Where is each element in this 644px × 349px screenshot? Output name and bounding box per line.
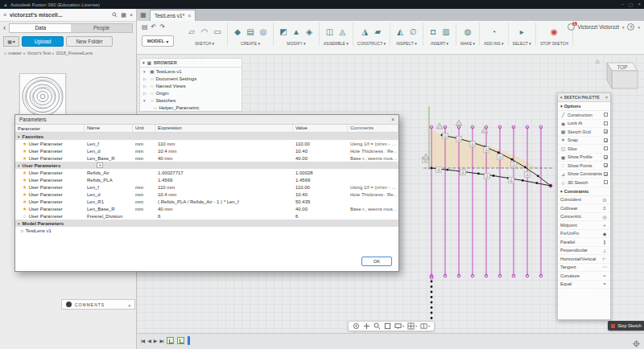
param-section-model-parameters[interactable]: ▾Model Parameters bbox=[15, 220, 398, 227]
browser-item-sketches[interactable]: ▾☼Sketches bbox=[140, 96, 242, 104]
palette-option-slice[interactable]: ◫Slice bbox=[558, 145, 610, 154]
parameter-row[interactable]: ★User ParameterLen_dmm10.4 mm10.40Hole T… bbox=[15, 147, 398, 154]
favorite-star-icon[interactable]: ★ bbox=[23, 191, 27, 197]
collapse-icon[interactable]: ▾ bbox=[560, 104, 563, 109]
toolbar-icon-modify[interactable]: ▲ bbox=[291, 25, 302, 38]
toolbar-icon-sketch[interactable]: ▭ bbox=[212, 25, 223, 38]
palette-constraint-tangent[interactable]: Tangent◠ bbox=[558, 264, 610, 273]
upload-button[interactable]: Upload bbox=[22, 36, 64, 47]
palette-constraint-parallel[interactable]: Parallel∥ bbox=[558, 238, 610, 247]
palette-constraint-collinear[interactable]: Collinear≡ bbox=[558, 204, 610, 213]
expand-icon[interactable]: ▷ bbox=[143, 76, 148, 81]
toolbar-icon-insert[interactable]: ▥ bbox=[440, 25, 452, 38]
palette-option-checkbox[interactable]: ✓ bbox=[604, 163, 608, 167]
parameter-row[interactable]: ★User ParameterLen_dmm10.4 mm10.40Hole T… bbox=[15, 191, 398, 198]
toolbar-icon-create[interactable]: ▤ bbox=[245, 25, 256, 38]
timeline-sketch-feature[interactable] bbox=[167, 337, 174, 344]
palette-option-construction[interactable]: ╱Construction bbox=[558, 111, 610, 120]
add-parameter-button[interactable]: + bbox=[97, 162, 103, 168]
expand-icon[interactable]: ▷ bbox=[143, 91, 148, 96]
toolbar-icon-assemble[interactable]: ◬ bbox=[336, 25, 348, 38]
param-name-cell[interactable]: Len_Base_R bbox=[85, 207, 133, 211]
toolbar-group-label-stop-sketch[interactable]: STOP SKETCH bbox=[540, 41, 568, 46]
collapse-icon[interactable]: ▾ bbox=[18, 134, 20, 139]
param-comments-cell[interactable]: Using 1/f = (n/nm - 1)(1/R1 - 1(R2) bbox=[348, 142, 398, 146]
toolbar-icon-make[interactable]: ◍ bbox=[462, 25, 473, 38]
expand-icon[interactable]: ▷ bbox=[21, 228, 24, 233]
toolbar-icon-inspect[interactable]: ∅ bbox=[407, 25, 419, 38]
zoom-icon[interactable] bbox=[374, 322, 381, 330]
column-header-comments[interactable]: Comments bbox=[348, 125, 398, 132]
palette-option-checkbox[interactable] bbox=[604, 113, 608, 117]
param-expression-cell[interactable]: ( Refids_PLA / Refids_Air - 1 ) * Len_f bbox=[155, 199, 293, 204]
param-expression-cell[interactable]: 6 bbox=[155, 214, 293, 219]
parameter-row[interactable]: ☆User ParameterFresnel_Division66 bbox=[15, 212, 398, 220]
palette-option-sketch-grid[interactable]: ▦Sketch Grid✓ bbox=[558, 128, 610, 137]
palette-option-show-profile[interactable]: ▣Show Profile✓ bbox=[558, 154, 610, 162]
palette-option-checkbox[interactable] bbox=[604, 121, 608, 125]
pan-icon[interactable] bbox=[363, 322, 370, 330]
palette-option-checkbox[interactable]: ✓ bbox=[604, 172, 608, 176]
expand-icon[interactable]: ▾ bbox=[143, 98, 148, 103]
browser-item-document-settings[interactable]: ▷☼Document Settings bbox=[140, 75, 242, 82]
param-expression-cell[interactable]: 1.4569 bbox=[155, 178, 293, 183]
palette-option-show-points[interactable]: ∵Show Points✓ bbox=[558, 162, 610, 170]
parameter-row[interactable]: ★User ParameterLen_Base_Rmm40 mm40.00Bas… bbox=[15, 154, 398, 162]
toolbar-icon-modify[interactable]: ◈ bbox=[303, 25, 315, 38]
column-header-expression[interactable]: Expression bbox=[155, 125, 293, 132]
toolbar-group-label-sketch[interactable]: SKETCH ▾ bbox=[195, 41, 214, 46]
new-folder-button[interactable]: New Folder bbox=[66, 36, 113, 47]
param-comments-cell[interactable]: Base r., seems must be less t bbox=[348, 156, 398, 161]
param-comments-cell[interactable]: Hole Thickness : Reference : h bbox=[348, 149, 398, 154]
param-comments-cell[interactable]: Hole Thickness : Reference : h bbox=[348, 192, 398, 197]
dialog-close-icon[interactable]: × bbox=[391, 117, 394, 122]
palette-option-checkbox[interactable]: ✓ bbox=[604, 129, 608, 133]
grid-view-icon[interactable]: ▦ bbox=[121, 12, 126, 18]
grid-settings-icon[interactable]: ▾ bbox=[407, 322, 417, 330]
favorite-star-icon[interactable]: ★ bbox=[23, 155, 27, 161]
tab-close-icon[interactable]: × bbox=[188, 13, 191, 18]
stop-sketch-button[interactable]: Stop Sketch bbox=[608, 321, 644, 331]
param-name-cell[interactable]: Refids_Air bbox=[85, 170, 133, 175]
browser-root-item[interactable]: ▾▣TestLens v1 bbox=[140, 68, 242, 75]
parameter-row[interactable]: ★User ParameterRefids_Air1.000277171.000… bbox=[15, 169, 398, 176]
toolbar-icon-sketch[interactable]: ▱ bbox=[186, 25, 197, 38]
display-settings-icon[interactable]: ▾ bbox=[394, 322, 404, 330]
favorite-star-icon[interactable]: ★ bbox=[23, 148, 27, 154]
param-expression-cell[interactable]: 40 mm bbox=[155, 156, 293, 161]
toolbar-group-label-select[interactable]: SELECT ▾ bbox=[513, 41, 531, 46]
param-expression-cell[interactable]: 1.00027717 bbox=[155, 170, 293, 175]
viewcube-top-label[interactable]: TOP bbox=[617, 64, 627, 70]
workspace-selector[interactable]: MODEL ▾ bbox=[142, 35, 174, 47]
dialog-title-bar[interactable]: Parameters × bbox=[15, 115, 398, 125]
browser-item-named-views[interactable]: ▷☼Named Views bbox=[140, 82, 242, 89]
breadcrumb-item[interactable]: 2018_FresnelLens bbox=[56, 51, 93, 55]
toolbar-icon-stop-sketch[interactable]: ◉ bbox=[548, 25, 559, 38]
home-icon[interactable]: ⌂ bbox=[4, 51, 6, 55]
collapse-icon[interactable]: ▾ bbox=[18, 221, 20, 226]
view-cube[interactable]: ⌂ TOP bbox=[597, 58, 639, 96]
param-name-cell[interactable]: Len_d bbox=[85, 149, 133, 154]
toolbar-group-label-add-ins[interactable]: ADD-INS ▾ bbox=[484, 41, 503, 46]
toolbar-icon-create[interactable]: ◆ bbox=[232, 25, 243, 38]
parameter-row[interactable]: ▷TestLens v1 bbox=[15, 227, 398, 234]
collapse-icon[interactable]: ▾ bbox=[142, 60, 145, 65]
toolbar-group-label-create[interactable]: CREATE ▾ bbox=[241, 41, 260, 46]
param-section-user-parameters[interactable]: ▾User Parameters+ bbox=[15, 162, 398, 169]
palette-option-checkbox[interactable]: ✓ bbox=[604, 138, 608, 142]
viewports-icon[interactable]: ▾ bbox=[420, 322, 430, 330]
toolbar-group-label-assemble[interactable]: ASSEMBLE ▾ bbox=[324, 41, 349, 46]
parameter-row[interactable]: ★User ParameterLen_Base_Rmm40 mm40.00Bas… bbox=[15, 205, 398, 212]
palette-close-icon[interactable]: × bbox=[605, 95, 608, 100]
project-thumbnail[interactable] bbox=[19, 73, 66, 120]
expand-icon[interactable]: ▷ bbox=[143, 84, 148, 88]
favorite-star-icon[interactable]: ★ bbox=[23, 177, 27, 183]
timeline-control-1[interactable]: ◀ bbox=[147, 338, 151, 343]
collapse-icon[interactable]: ▾ bbox=[560, 95, 563, 100]
palette-option-checkbox[interactable] bbox=[604, 146, 608, 150]
palette-option-look-at[interactable]: ◉Look At bbox=[558, 120, 610, 129]
palette-constraint-coincident[interactable]: Coincident⊙ bbox=[558, 196, 610, 205]
breadcrumb-item[interactable]: Victor's Test bbox=[27, 51, 51, 55]
redo-icon[interactable]: ↷ bbox=[159, 23, 165, 31]
help-icon[interactable]: ? bbox=[627, 23, 634, 31]
